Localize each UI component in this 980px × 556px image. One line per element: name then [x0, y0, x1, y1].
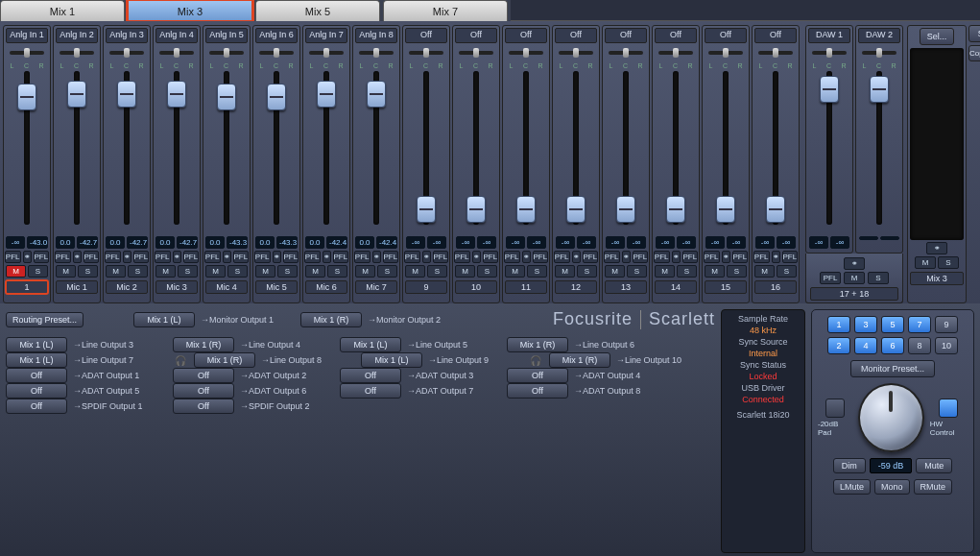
- mute-button[interactable]: M: [655, 265, 675, 278]
- fader[interactable]: [405, 71, 447, 232]
- lmute-button[interactable]: LMute: [833, 479, 871, 495]
- stereo-link-button[interactable]: ⚭: [672, 251, 681, 263]
- routing-source-button[interactable]: Mix 1 (L): [361, 352, 422, 368]
- pfl-button-r[interactable]: PFL: [183, 251, 200, 263]
- pfl-button-r[interactable]: PFL: [483, 251, 499, 263]
- mute-button[interactable]: M: [6, 265, 26, 278]
- fader[interactable]: [355, 71, 397, 232]
- rmute-button[interactable]: RMute: [914, 479, 953, 495]
- pfl-button-r[interactable]: PFL: [682, 251, 699, 263]
- channel-name[interactable]: 12: [555, 280, 597, 294]
- channel-name[interactable]: Mic 2: [106, 280, 148, 294]
- channel-name[interactable]: Mic 6: [305, 280, 347, 294]
- monitor-output-3[interactable]: 3: [854, 316, 877, 333]
- stereo-link-button[interactable]: ⚭: [522, 251, 531, 263]
- pfl-button-r[interactable]: PFL: [84, 251, 100, 263]
- routing-source-button[interactable]: Mix 1 (L): [6, 352, 67, 368]
- mute-button[interactable]: M: [405, 265, 425, 278]
- fader[interactable]: [858, 71, 900, 232]
- pfl-button-r[interactable]: PFL: [583, 251, 599, 263]
- fader[interactable]: [205, 71, 248, 232]
- pan-slider[interactable]: [106, 45, 148, 60]
- channel-name[interactable]: 15: [705, 280, 747, 294]
- routing-source-button[interactable]: Off: [6, 383, 67, 399]
- mute-button[interactable]: M: [155, 265, 176, 278]
- channel-name[interactable]: 14: [655, 280, 697, 294]
- pfl-button-r[interactable]: PFL: [782, 251, 799, 263]
- fader[interactable]: [754, 71, 797, 232]
- mute-button[interactable]: Mute: [916, 458, 952, 473]
- monitor-output-9[interactable]: 9: [935, 316, 958, 333]
- fader[interactable]: [605, 71, 647, 232]
- channel-input-select[interactable]: Off: [505, 28, 547, 43]
- channel-input-select[interactable]: Off: [555, 28, 597, 43]
- routing-source-button[interactable]: Mix 1 (R): [507, 337, 568, 352]
- fader[interactable]: [705, 71, 747, 232]
- pan-slider[interactable]: [705, 45, 747, 60]
- routing-source-button[interactable]: Off: [507, 383, 568, 399]
- pan-slider[interactable]: [6, 45, 48, 60]
- master-mute[interactable]: M: [915, 256, 936, 269]
- pan-slider[interactable]: [505, 45, 547, 60]
- solo-button[interactable]: S: [128, 265, 148, 278]
- channel-name[interactable]: Mic 7: [355, 280, 397, 294]
- solo-button[interactable]: S: [627, 265, 647, 278]
- fader[interactable]: [106, 71, 148, 232]
- solo-button[interactable]: S: [277, 265, 298, 278]
- routing-source-button[interactable]: Off: [340, 368, 401, 383]
- fader[interactable]: [56, 71, 98, 232]
- channel-name[interactable]: 9: [405, 280, 447, 294]
- routing-source-button[interactable]: Mix 1 (L): [133, 312, 195, 327]
- channel-input-select[interactable]: Anlg In 2: [56, 28, 98, 43]
- solo-button[interactable]: S: [777, 265, 797, 278]
- channel-input-select[interactable]: Anlg In 8: [355, 28, 397, 43]
- fader[interactable]: [255, 71, 298, 232]
- stereo-link-button[interactable]: ⚭: [572, 251, 581, 263]
- pfl-button[interactable]: PFL: [454, 251, 470, 263]
- pan-slider[interactable]: [305, 45, 347, 60]
- hw-control[interactable]: HW Control: [930, 399, 968, 437]
- monitor-output-4[interactable]: 4: [854, 337, 877, 354]
- fader[interactable]: [555, 71, 597, 232]
- tab-mix-5[interactable]: Mix 5: [255, 0, 380, 21]
- mono-button[interactable]: Mono: [874, 479, 910, 495]
- master-link[interactable]: ⚭: [926, 242, 947, 254]
- channel-input-select[interactable]: DAW 1: [808, 28, 850, 43]
- mute-button[interactable]: M: [305, 265, 325, 278]
- monitor-output-5[interactable]: 5: [881, 316, 904, 333]
- monitor-output-6[interactable]: 6: [881, 337, 904, 354]
- mute-button[interactable]: M: [555, 265, 575, 278]
- pan-slider[interactable]: [355, 45, 397, 60]
- pfl-button-r[interactable]: PFL: [133, 251, 150, 263]
- routing-source-button[interactable]: Mix 1 (L): [6, 337, 67, 352]
- channel-input-select[interactable]: Anlg In 5: [205, 28, 248, 43]
- stereo-link-button[interactable]: ⚭: [472, 251, 481, 263]
- pan-slider[interactable]: [455, 45, 497, 60]
- pan-slider[interactable]: [405, 45, 447, 60]
- pan-slider[interactable]: [155, 45, 198, 60]
- pfl-button[interactable]: PFL: [604, 251, 620, 263]
- channel-name[interactable]: 13: [605, 280, 647, 294]
- channel-name[interactable]: Mic 4: [205, 280, 248, 294]
- monitor-output-2[interactable]: 2: [827, 337, 850, 354]
- channel-input-select[interactable]: Off: [605, 28, 647, 43]
- pfl-button[interactable]: PFL: [55, 251, 71, 263]
- stereo-link-button[interactable]: ⚭: [173, 251, 181, 263]
- pfl-button-r[interactable]: PFL: [333, 251, 349, 263]
- stereo-link-button[interactable]: ⚭: [772, 251, 780, 263]
- channel-input-select[interactable]: Anlg In 6: [255, 28, 298, 43]
- pfl-button-r[interactable]: PFL: [633, 251, 649, 263]
- stereo-link-button[interactable]: ⚭: [273, 251, 281, 263]
- channel-name[interactable]: Mic 5: [255, 280, 298, 294]
- pfl-button[interactable]: PFL: [404, 251, 420, 263]
- mute-button[interactable]: M: [56, 265, 76, 278]
- pan-slider[interactable]: [555, 45, 597, 60]
- pfl-button[interactable]: PFL: [654, 251, 670, 263]
- stereo-link-button[interactable]: ⚭: [123, 251, 131, 263]
- stereo-link-button[interactable]: ⚭: [223, 251, 231, 263]
- sync-source-value[interactable]: Internal: [726, 349, 801, 358]
- pfl-button[interactable]: PFL: [254, 251, 271, 263]
- channel-input-select[interactable]: Anlg In 1: [6, 28, 48, 43]
- pfl-button[interactable]: PFL: [504, 251, 520, 263]
- solo-button[interactable]: S: [327, 265, 347, 278]
